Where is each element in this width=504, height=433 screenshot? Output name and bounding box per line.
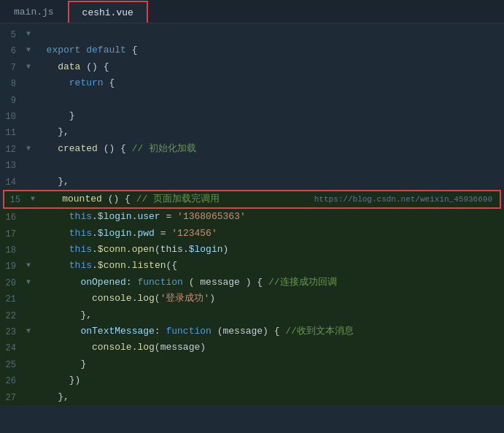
fold-button <box>25 209 35 210</box>
code-line: 17 this.$login.pwd = '123456' <box>0 226 504 242</box>
line-number: 15 <box>7 191 29 207</box>
tab-bar: main.js ceshi.vue <box>0 0 504 23</box>
code-line: 27 }, <box>0 389 504 405</box>
code-line: 19▼ this.$conn.listen({ <box>0 258 504 274</box>
line-number: 7 <box>3 59 25 75</box>
url-label: https://blog.csdn.net/weixin_45936690 <box>314 193 492 207</box>
code-content: }, <box>35 124 501 140</box>
code-line: 16 this.$login.user = '1368065363' <box>0 209 504 225</box>
code-line: 23▼ onTextMessage: function (message) { … <box>0 323 504 340</box>
fold-button <box>25 242 35 243</box>
fold-button <box>25 340 35 341</box>
line-number: 10 <box>3 108 25 124</box>
code-line: 24 console.log(message) <box>0 340 504 356</box>
fold-button[interactable]: ▼ <box>25 59 35 73</box>
code-content: this.$login.pwd = '123456' <box>35 226 501 242</box>
fold-button <box>25 356 35 358</box>
code-content: } <box>35 108 501 124</box>
code-line: 5▼ <box>0 26 504 42</box>
code-line: 21 console.log('登录成功') <box>0 291 504 307</box>
code-editor: 5▼6▼ export default {7▼ data () {8 retur… <box>0 23 504 408</box>
tab-ceshi-vue[interactable]: ceshi.vue <box>68 1 148 23</box>
code-line: 12▼ created () { // 初始化加载 <box>0 141 504 157</box>
fold-button <box>25 174 35 175</box>
code-content: export default { <box>35 42 501 58</box>
line-number: 26 <box>3 372 25 388</box>
code-content: return { <box>35 75 501 91</box>
fold-button <box>25 124 35 126</box>
tab-main-js[interactable]: main.js <box>0 1 68 23</box>
line-number: 27 <box>3 389 25 405</box>
line-number: 19 <box>3 258 25 274</box>
fold-button[interactable]: ▼ <box>25 42 35 56</box>
line-number: 12 <box>3 141 25 157</box>
fold-button[interactable]: ▼ <box>25 258 35 272</box>
code-line: 11 }, <box>0 124 504 140</box>
code-content: }, <box>35 307 501 323</box>
code-line: 14 }, <box>0 174 504 190</box>
code-line: 9 <box>0 92 504 108</box>
line-number: 9 <box>3 92 25 108</box>
line-number: 16 <box>3 209 25 225</box>
line-number: 25 <box>3 356 25 372</box>
code-content: }, <box>35 174 501 190</box>
fold-button <box>25 157 35 158</box>
line-number: 11 <box>3 124 25 140</box>
code-line: 7▼ data () { <box>0 59 504 75</box>
code-line: 18 this.$conn.open(this.$login) <box>0 242 504 258</box>
fold-button[interactable]: ▼ <box>29 191 39 205</box>
code-content: }, <box>35 389 501 405</box>
line-number: 18 <box>3 242 25 258</box>
fold-button[interactable]: ▼ <box>25 323 35 337</box>
fold-button <box>25 226 35 227</box>
line-number: 14 <box>3 174 25 190</box>
fold-button <box>25 389 35 391</box>
code-content: this.$login.user = '1368065363' <box>35 209 501 225</box>
code-content: this.$conn.open(this.$login) <box>35 242 501 258</box>
code-content: console.log(message) <box>35 340 501 356</box>
line-number: 22 <box>3 307 25 323</box>
code-line: 8 return { <box>0 75 504 91</box>
code-line: 20▼ onOpened: function ( message ) { //连… <box>0 275 504 291</box>
fold-button <box>25 108 35 110</box>
code-content <box>35 157 501 173</box>
code-line: 26 }) <box>0 372 504 388</box>
code-content: } <box>35 356 501 372</box>
code-content: onOpened: function ( message ) { //连接成功回… <box>35 275 501 291</box>
line-number: 13 <box>3 157 25 173</box>
code-content: created () { // 初始化加载 <box>35 141 501 157</box>
fold-button <box>25 75 35 77</box>
code-content: }) <box>35 372 501 388</box>
fold-button <box>25 92 35 93</box>
code-line: 6▼ export default { <box>0 42 504 58</box>
line-number: 6 <box>3 42 25 58</box>
code-content: console.log('登录成功') <box>35 291 501 307</box>
line-number: 23 <box>3 323 25 340</box>
highlight-block: 15▼ mounted () { // 页面加载完调用https://blog.… <box>3 190 501 209</box>
line-number: 5 <box>3 26 25 42</box>
fold-button[interactable]: ▼ <box>25 26 35 40</box>
fold-button <box>25 307 35 309</box>
code-line: 13 <box>0 157 504 173</box>
line-number: 8 <box>3 75 25 91</box>
code-line: 10 } <box>0 108 504 124</box>
code-content: data () { <box>35 59 501 75</box>
line-number: 24 <box>3 340 25 356</box>
code-line: 22 }, <box>0 307 504 323</box>
fold-button <box>25 291 35 292</box>
fold-button[interactable]: ▼ <box>25 275 35 288</box>
fold-button[interactable]: ▼ <box>25 141 35 155</box>
fold-button <box>25 372 35 374</box>
code-content: onTextMessage: function (message) { //收到… <box>35 323 501 340</box>
line-number: 17 <box>3 226 25 242</box>
code-content <box>35 92 501 108</box>
code-line: 25 } <box>0 356 504 372</box>
line-number: 20 <box>3 275 25 291</box>
code-content: this.$conn.listen({ <box>35 258 501 274</box>
line-number: 21 <box>3 291 25 307</box>
